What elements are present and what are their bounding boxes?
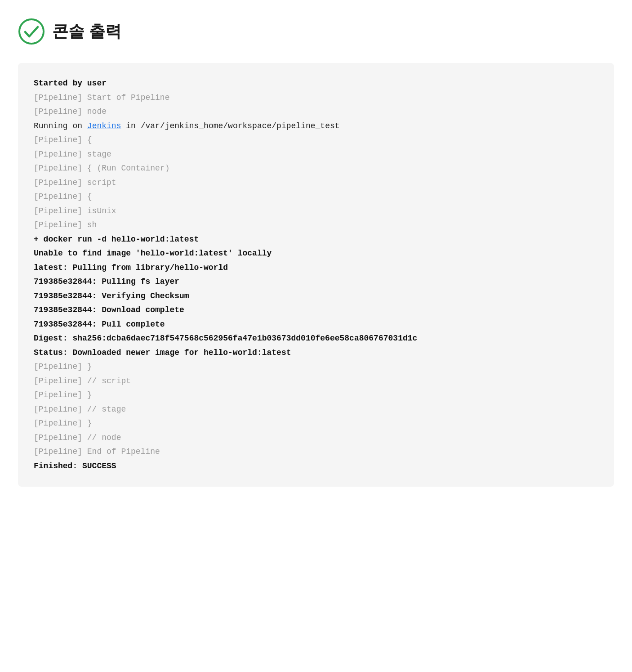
console-line-finished: Finished: SUCCESS bbox=[34, 459, 598, 474]
console-output: Started by user [Pipeline] Start of Pipe… bbox=[18, 63, 614, 487]
console-line: [Pipeline] } bbox=[34, 417, 598, 431]
svg-point-0 bbox=[19, 19, 44, 44]
console-line: [Pipeline] stage bbox=[34, 148, 598, 162]
check-circle-icon bbox=[18, 18, 45, 45]
console-line: Status: Downloaded newer image for hello… bbox=[34, 346, 598, 360]
console-line: [Pipeline] sh bbox=[34, 218, 598, 233]
page-header: 콘솔 출력 bbox=[18, 18, 614, 45]
console-line: [Pipeline] { bbox=[34, 133, 598, 148]
console-line: latest: Pulling from library/hello-world bbox=[34, 261, 598, 275]
console-line: 719385e32844: Verifying Checksum bbox=[34, 289, 598, 304]
console-line: [Pipeline] Start of Pipeline bbox=[34, 91, 598, 105]
page-title: 콘솔 출력 bbox=[52, 21, 121, 43]
console-line: Unable to find image 'hello-world:latest… bbox=[34, 246, 598, 261]
console-line: [Pipeline] isUnix bbox=[34, 204, 598, 219]
console-line: [Pipeline] End of Pipeline bbox=[34, 445, 598, 459]
jenkins-link[interactable]: Jenkins bbox=[87, 121, 121, 130]
console-line: [Pipeline] node bbox=[34, 105, 598, 119]
console-line: 719385e32844: Pull complete bbox=[34, 318, 598, 332]
console-line: [Pipeline] { bbox=[34, 190, 598, 204]
console-line: [Pipeline] // script bbox=[34, 374, 598, 389]
console-line: Started by user bbox=[34, 76, 598, 91]
console-line: [Pipeline] // stage bbox=[34, 403, 598, 417]
console-line: + docker run -d hello-world:latest bbox=[34, 233, 598, 247]
console-line: [Pipeline] script bbox=[34, 176, 598, 190]
console-line: [Pipeline] // node bbox=[34, 431, 598, 445]
console-line: Digest: sha256:dcba6daec718f547568c56295… bbox=[34, 332, 598, 346]
console-line-running-on: Running on Jenkins in /var/jenkins_home/… bbox=[34, 119, 598, 134]
console-line: 719385e32844: Pulling fs layer bbox=[34, 275, 598, 289]
console-line: [Pipeline] } bbox=[34, 360, 598, 374]
console-line: [Pipeline] } bbox=[34, 388, 598, 403]
console-line: 719385e32844: Download complete bbox=[34, 303, 598, 318]
console-line: [Pipeline] { (Run Container) bbox=[34, 161, 598, 176]
